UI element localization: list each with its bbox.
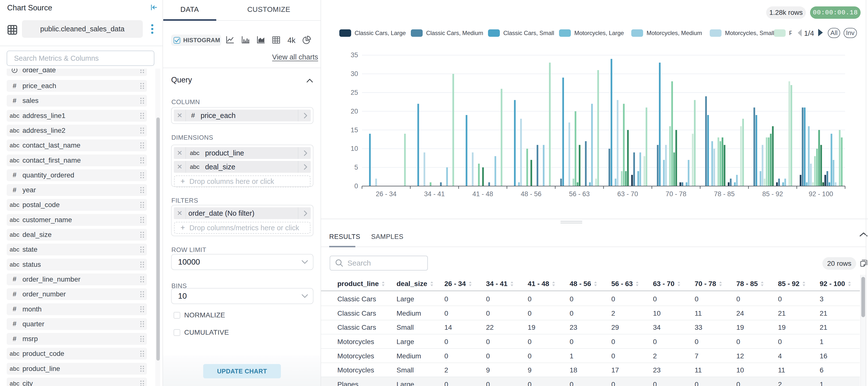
svg-text:0: 0: [354, 182, 358, 190]
svg-text:25: 25: [351, 89, 358, 96]
svg-text:78 - 85: 78 - 85: [714, 190, 735, 198]
svg-text:5: 5: [354, 164, 358, 171]
svg-text:34 - 41: 34 - 41: [424, 190, 445, 198]
svg-text:56 - 63: 56 - 63: [569, 190, 590, 198]
svg-text:15: 15: [351, 126, 358, 134]
svg-text:70 - 78: 70 - 78: [665, 190, 686, 198]
svg-text:92 - 100: 92 - 100: [809, 190, 833, 198]
svg-text:30: 30: [351, 70, 358, 78]
svg-text:10: 10: [351, 145, 358, 152]
svg-text:35: 35: [351, 51, 358, 59]
svg-text:85 - 92: 85 - 92: [762, 190, 783, 198]
svg-text:41 - 48: 41 - 48: [472, 190, 493, 198]
svg-text:20: 20: [351, 108, 358, 115]
svg-text:48 - 56: 48 - 56: [521, 190, 541, 198]
svg-text:63 - 70: 63 - 70: [617, 190, 638, 198]
svg-text:26 - 34: 26 - 34: [376, 190, 397, 198]
